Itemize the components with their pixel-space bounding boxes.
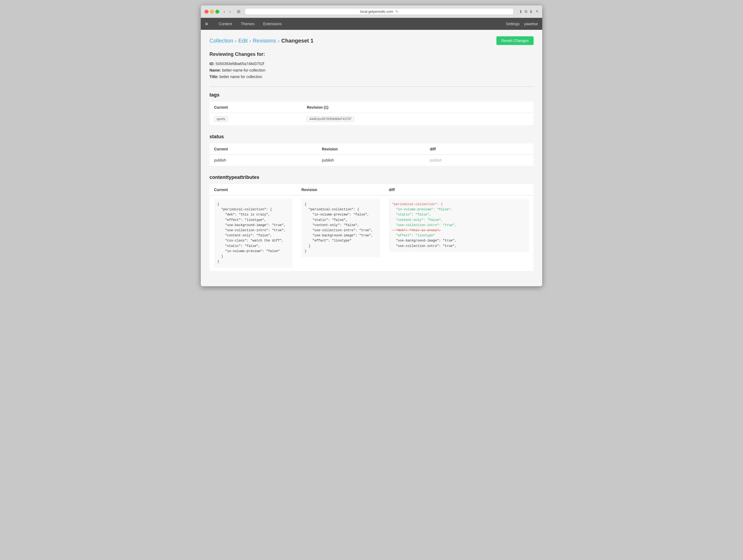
nav-user[interactable]: yawetse [524,22,538,26]
cta-header-row: Current Revision diff [210,184,533,196]
breadcrumb-edit[interactable]: Edit [238,38,248,44]
status-current-cell: publish [210,155,317,166]
status-col-diff: diff [426,144,533,155]
browser-titlebar: ‹ › ⊞ local.getperiodic.com ↻ ⬆ ⧉ ⬇ + [201,5,542,18]
download-button[interactable]: ⬇ [529,9,533,14]
cta-revision-cell: { "periodical-collection": { "in-volume-… [297,196,385,271]
breadcrumb-changeset: Changeset 1 [281,38,313,44]
app-logo: ≡ [205,21,208,27]
nav-extensions[interactable]: Extensions [259,18,286,29]
tags-current-cell: sports [210,113,303,125]
status-diff-value: publish [430,158,442,162]
current-tag-badge: sports [214,116,228,122]
cta-heading: contenttypeattributes [210,175,533,180]
status-section: status Current Revision diff publish pub… [210,134,533,166]
app-navbar: ≡ Content Themes Extensions Settings yaw… [201,18,542,30]
forward-button[interactable]: › [228,9,232,15]
status-col-current: Current [210,144,317,155]
duplicate-button[interactable]: ⧉ [525,9,527,14]
status-table: Current Revision diff publish publish pu… [210,143,533,166]
info-name-row: Name: better-name-for-collection [210,68,533,72]
minimize-button[interactable] [210,10,214,13]
status-revision-cell: publish [317,155,426,166]
breadcrumb-revisions[interactable]: Revisions [253,38,276,44]
section-divider [210,86,533,87]
revert-changes-button[interactable]: Revert Changes [496,36,533,45]
cta-current-code: { "periodical-collection": { "dek": "thi… [214,199,293,267]
traffic-lights [205,10,219,13]
nav-right: Settings yawetse [506,22,538,26]
breadcrumb-sep-3: › [278,38,280,44]
nav-buttons: ‹ › [222,9,232,15]
info-id-row: ID: 5450393efdba65a746d3752f [210,61,533,66]
breadcrumb-nav: Collection › Edit › Revisions › Changese… [210,38,313,44]
tags-col-revision: Revision (1) [302,102,533,113]
tags-heading: tags [210,92,533,98]
nav-themes[interactable]: Themes [236,18,259,29]
cta-col-current: Current [210,184,297,196]
nav-settings[interactable]: Settings [506,22,520,26]
url-text: local.getperiodic.com [360,9,393,13]
status-heading: status [210,134,533,140]
cta-col-diff: diff [385,184,533,196]
status-table-row: publish publish publish [210,155,533,166]
breadcrumb-sep-1: › [235,38,237,44]
close-button[interactable] [205,10,208,13]
cta-current-cell: { "periodical-collection": { "dek": "thi… [210,196,297,271]
cta-diff-cell: "periodical-collection": { "in-volume-pr… [385,196,533,271]
tags-col-current: Current [210,102,303,113]
sidebar-toggle-button[interactable]: ⊞ [235,8,242,15]
cta-table: Current Revision diff { "periodical-coll… [210,184,533,271]
cta-revision-code: { "periodical-collection": { "in-volume-… [301,199,380,257]
cta-diff-code: "periodical-collection": { "in-volume-pr… [389,199,529,252]
tags-revision-cell: 44481bc957835fd99d743797 [302,113,533,125]
status-diff-cell: publish [426,155,533,166]
main-nav: Content Themes Extensions [215,18,286,29]
cta-table-row: { "periodical-collection": { "dek": "thi… [210,196,533,271]
status-col-revision: Revision [317,144,426,155]
reload-icon[interactable]: ↻ [395,9,398,13]
tags-table-header-row: Current Revision (1) [210,102,533,113]
breadcrumb: Collection › Edit › Revisions › Changese… [210,36,533,45]
tags-section: tags Current Revision (1) sports 44481bc… [210,92,533,125]
share-button[interactable]: ⬆ [519,9,522,14]
info-title-row: Title: better name for collection [210,75,533,79]
maximize-button[interactable] [215,10,219,13]
tags-table: Current Revision (1) sports 44481bc95783… [210,102,533,125]
address-bar[interactable]: local.getperiodic.com ↻ [245,8,514,15]
breadcrumb-sep-2: › [249,38,251,44]
cta-section: contenttypeattributes Current Revision d… [210,175,533,271]
breadcrumb-collection[interactable]: Collection [210,38,233,44]
status-header-row: Current Revision diff [210,144,533,155]
back-button[interactable]: ‹ [222,9,226,15]
reviewing-section: Reviewing Changes for: ID: 5450393efdba6… [210,51,533,79]
page-content: Collection › Edit › Revisions › Changese… [201,30,542,286]
nav-content[interactable]: Content [215,18,236,29]
tags-table-row: sports 44481bc957835fd99d743797 [210,113,533,125]
reviewing-title: Reviewing Changes for: [210,51,533,57]
cta-col-revision: Revision [297,184,385,196]
revision-hash-badge: 44481bc957835fd99d743797 [307,116,354,122]
address-bar-actions: ⬆ ⧉ ⬇ [519,9,533,14]
add-tab-button[interactable]: + [535,9,538,14]
